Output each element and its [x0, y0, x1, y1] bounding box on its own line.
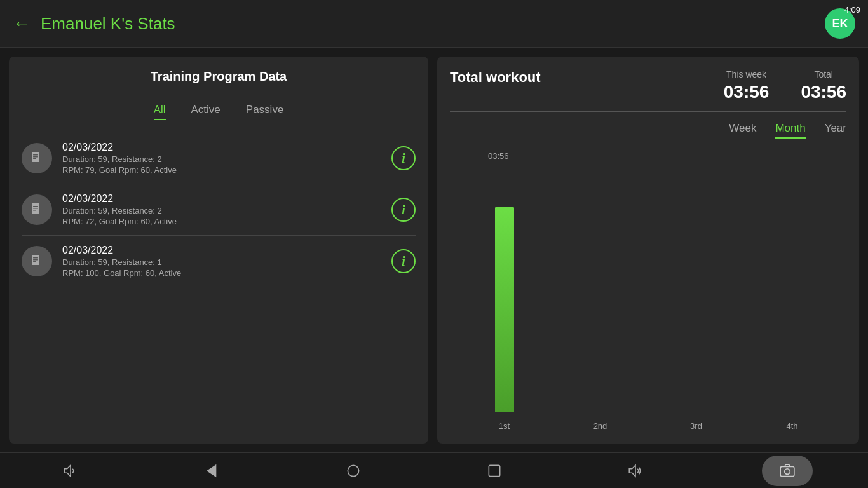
page-title: Emanuel K's Stats: [41, 14, 175, 34]
top-bar: ← Emanuel K's Stats EK: [0, 0, 868, 48]
back-nav-button[interactable]: [196, 456, 227, 486]
svg-rect-10: [33, 259, 38, 261]
chart-label-2nd: 2nd: [552, 421, 648, 431]
chart-x-labels: 1st 2nd 3rd 4th: [456, 421, 840, 431]
right-divider: [450, 111, 846, 112]
back-button[interactable]: ←: [13, 15, 31, 32]
filter-active[interactable]: Active: [191, 104, 220, 120]
workout-item: 02/03/2022 Duration: 59, Resistance: 2 R…: [22, 133, 416, 184]
svg-marker-16: [630, 465, 636, 476]
chart-column-2: [552, 170, 648, 412]
this-week-value: 03:56: [724, 82, 770, 102]
svg-rect-15: [489, 465, 499, 476]
tab-year[interactable]: Year: [825, 122, 846, 139]
chart-column-4: [744, 170, 840, 412]
svg-rect-6: [33, 208, 38, 209]
period-tabs: Week Month Year: [450, 122, 846, 139]
svg-point-14: [348, 465, 358, 476]
recents-button[interactable]: [479, 456, 510, 486]
home-button[interactable]: [338, 456, 369, 486]
this-week-label: This week: [724, 69, 770, 79]
workout-date-2: 02/03/2022: [62, 193, 381, 205]
svg-rect-11: [33, 261, 36, 262]
chart-label-1st: 1st: [456, 421, 552, 431]
volume-right-button[interactable]: [620, 456, 651, 486]
workout-details-3a: Duration: 59, Resistance: 1: [62, 257, 381, 267]
left-panel: Training Program Data All Active Passive: [9, 57, 428, 444]
svg-rect-17: [780, 466, 794, 476]
workout-item-2: 02/03/2022 Duration: 59, Resistance: 2 R…: [22, 184, 416, 236]
chart-label-4th: 4th: [744, 421, 840, 431]
workout-item-3: 02/03/2022 Duration: 59, Resistance: 1 R…: [22, 236, 416, 287]
volume-right-icon: [627, 463, 644, 479]
left-panel-title: Training Program Data: [22, 69, 416, 84]
workout-date-1: 02/03/2022: [62, 142, 381, 153]
chart-bar-1: [495, 207, 514, 412]
total-stat: Total 03:56: [801, 69, 846, 102]
volume-icon: [62, 463, 79, 479]
main-content: Training Program Data All Active Passive: [0, 48, 868, 452]
workout-icon-2: [22, 194, 52, 225]
chart-label-3rd: 3rd: [648, 421, 744, 431]
back-triangle-icon: [203, 463, 220, 479]
file-icon-2: [29, 202, 44, 217]
right-panel: Total workout This week 03:56 Total 03:5…: [437, 57, 859, 444]
workout-details-2b: RPM: 72, Goal Rpm: 60, Active: [62, 217, 381, 226]
filter-passive[interactable]: Passive: [246, 104, 284, 120]
workout-details-2a: Duration: 59, Resistance: 2: [62, 206, 381, 215]
filter-tabs: All Active Passive: [22, 104, 416, 120]
chart-column-1: [456, 170, 552, 412]
total-value: 03:56: [801, 82, 846, 102]
file-icon: [29, 151, 44, 166]
info-button-1[interactable]: i: [391, 146, 416, 170]
tab-month[interactable]: Month: [775, 122, 805, 139]
left-divider: [22, 93, 416, 93]
this-week-stat: This week 03:56: [724, 69, 770, 102]
total-label: Total: [801, 69, 846, 79]
chart-top-label: 03:56: [488, 151, 509, 161]
info-button-2[interactable]: i: [391, 198, 416, 222]
chart-column-3: [648, 170, 744, 412]
total-workout-label: Total workout: [450, 69, 541, 86]
svg-rect-9: [33, 257, 38, 259]
top-bar-left: ← Emanuel K's Stats: [13, 14, 175, 34]
camera-icon: [779, 463, 796, 479]
svg-rect-1: [33, 154, 38, 156]
svg-marker-13: [208, 465, 216, 476]
square-icon: [486, 463, 503, 479]
chart-bars: [456, 170, 840, 412]
workout-date-3: 02/03/2022: [62, 245, 381, 256]
svg-point-18: [784, 468, 790, 474]
workout-info-2: 02/03/2022 Duration: 59, Resistance: 2 R…: [62, 193, 381, 226]
workout-icon-3: [22, 246, 52, 276]
workout-header: Total workout This week 03:56 Total 03:5…: [450, 69, 846, 102]
svg-rect-3: [33, 158, 36, 159]
tab-week[interactable]: Week: [729, 122, 756, 139]
info-button-3[interactable]: i: [391, 249, 416, 273]
svg-marker-12: [64, 465, 71, 476]
svg-rect-7: [33, 210, 36, 211]
svg-rect-5: [33, 206, 38, 207]
home-circle-icon: [345, 463, 362, 479]
workout-stats: This week 03:56 Total 03:56: [724, 69, 846, 102]
file-icon-3: [29, 254, 44, 269]
workout-details-3b: RPM: 100, Goal Rpm: 60, Active: [62, 268, 381, 278]
workout-info-3: 02/03/2022 Duration: 59, Resistance: 1 R…: [62, 245, 381, 278]
volume-button[interactable]: [55, 456, 86, 486]
filter-all[interactable]: All: [154, 104, 166, 120]
screenshot-button[interactable]: [762, 456, 813, 486]
bottom-nav: [0, 452, 868, 488]
workout-icon-1: [22, 143, 52, 173]
workout-list: 02/03/2022 Duration: 59, Resistance: 2 R…: [22, 133, 416, 287]
workout-info-1: 02/03/2022 Duration: 59, Resistance: 2 R…: [62, 142, 381, 175]
time-display: 4:09: [844, 5, 860, 15]
workout-details-1a: Duration: 59, Resistance: 2: [62, 154, 381, 164]
svg-rect-2: [33, 156, 38, 158]
chart-area: 03:56 1st 2nd 3rd 4th: [450, 151, 846, 431]
workout-details-1b: RPM: 79, Goal Rpm: 60, Active: [62, 165, 381, 175]
